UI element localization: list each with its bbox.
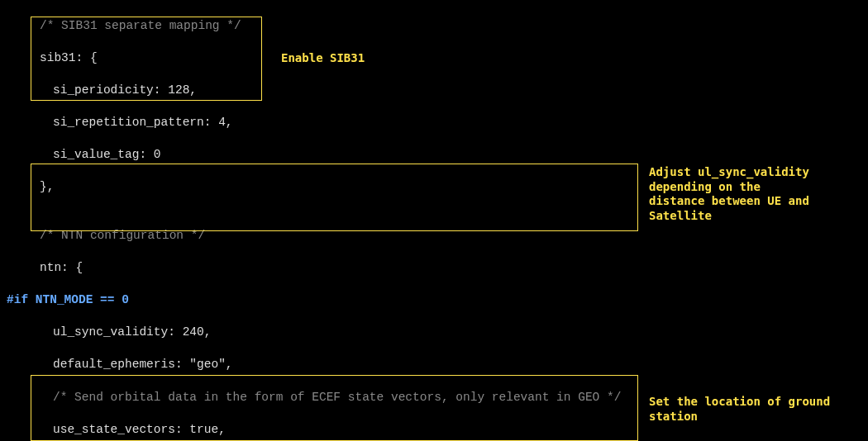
code-line: si_value_tag: 0 xyxy=(0,147,868,164)
code-line: default_ephemeris: "geo", xyxy=(0,357,868,373)
code-line: si_periodicity: 128, xyxy=(0,83,868,99)
code-line: ul_sync_validity: 240, xyxy=(0,325,868,341)
code-line-preproc: #if NTN_MODE == 0 xyxy=(0,292,868,309)
annotation-enable-sib31: Enable SIB31 xyxy=(281,51,365,66)
code-line: sib31: { xyxy=(0,50,868,67)
code-line: si_repetition_pattern: 4, xyxy=(0,115,868,131)
code-line: ntn: { xyxy=(0,260,868,277)
annotation-ground-station: Set the location of ground station xyxy=(649,395,856,424)
code-line: use_state_vectors: true, xyxy=(0,422,868,439)
code-line: /* NTN configuration */ xyxy=(0,228,868,244)
annotation-adjust-ul-sync: Adjust ul_sync_validity depending on the… xyxy=(649,165,856,223)
code-line: /* SIB31 separate mapping */ xyxy=(0,18,868,35)
